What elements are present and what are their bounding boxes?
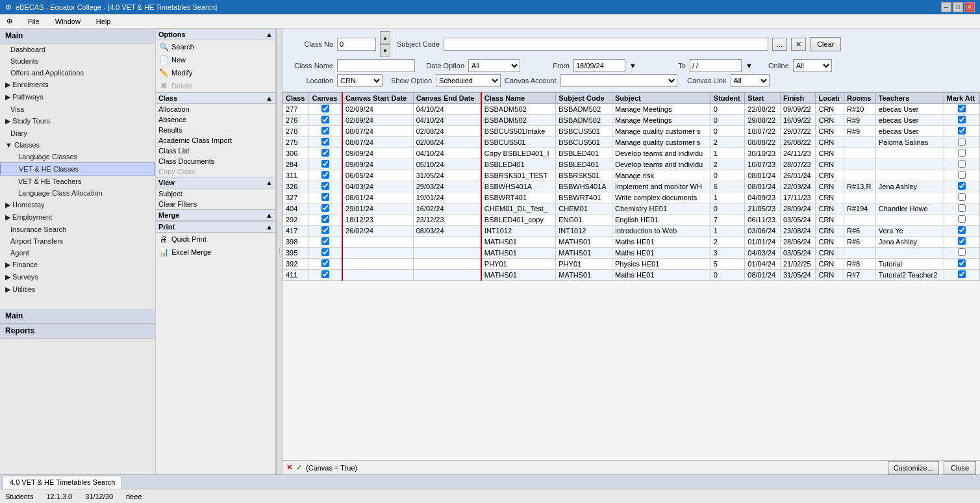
sidebar-item-agent[interactable]: Agent — [0, 247, 155, 259]
sidebar-item-offers[interactable]: Offers and Applications — [0, 67, 155, 79]
view-section-header[interactable]: View ▲ — [156, 177, 275, 188]
canvas-checkbox[interactable] — [321, 149, 329, 157]
col-start[interactable]: Start — [745, 93, 781, 104]
cell-canvas[interactable] — [309, 170, 342, 181]
cell-mark-att[interactable] — [944, 192, 979, 203]
cell-canvas[interactable] — [309, 126, 342, 137]
to-dropdown-icon[interactable]: ▼ — [746, 62, 753, 70]
cell-canvas[interactable] — [309, 137, 342, 148]
canvas-checkbox[interactable] — [321, 204, 329, 212]
subject-option[interactable]: Subject — [156, 188, 275, 199]
mark-att-checkbox[interactable] — [958, 182, 966, 190]
cell-mark-att[interactable] — [944, 214, 979, 226]
cell-mark-att[interactable] — [944, 159, 979, 170]
canvas-account-select[interactable] — [560, 74, 677, 87]
filter-remove-icon[interactable]: ✕ — [286, 463, 292, 472]
col-canvas-start-date[interactable]: Canvas Start Date — [342, 93, 413, 104]
table-row[interactable]: 395 MATHS01 MATHS01 Maths HE01 3 04/03/2… — [283, 248, 980, 259]
sidebar-item-vet-he-teachers[interactable]: VET & HE Teachers — [0, 175, 155, 187]
clear-filters-option[interactable]: Clear Filters — [156, 199, 275, 209]
cell-mark-att[interactable] — [944, 226, 979, 237]
subject-code-input[interactable] — [444, 38, 768, 51]
table-row[interactable]: 404 29/01/24 16/02/24 CHEM01_DL_Test_ CH… — [283, 203, 980, 214]
mark-att-checkbox[interactable] — [958, 248, 966, 256]
cell-mark-att[interactable] — [944, 203, 979, 214]
to-input[interactable] — [690, 59, 742, 72]
spin-down[interactable]: ▼ — [380, 44, 390, 57]
online-select[interactable]: All Yes No — [793, 59, 832, 72]
mark-att-checkbox[interactable] — [958, 226, 966, 234]
table-row[interactable]: 311 06/05/24 31/05/24 BSBRSK501_TEST BSB… — [283, 170, 980, 181]
table-row[interactable]: 292 18/12/23 23/12/23 BSBLED401_copy ENG… — [283, 214, 980, 226]
sidebar-item-homestay[interactable]: ▶ Homestay — [0, 199, 155, 211]
menu-help[interactable]: Help — [92, 16, 115, 27]
spin-up[interactable]: ▲ — [380, 31, 390, 44]
modify-option[interactable]: ✏️ Modify — [156, 66, 275, 79]
canvas-checkbox[interactable] — [321, 248, 329, 256]
canvas-checkbox[interactable] — [321, 215, 329, 223]
show-option-select[interactable]: Scheduled All Unscheduled — [436, 74, 501, 87]
cell-mark-att[interactable] — [944, 237, 979, 248]
cell-mark-att[interactable] — [944, 115, 979, 126]
options-section-header[interactable]: Options ▲ — [156, 29, 275, 40]
sidebar-item-airport-transfers[interactable]: Airport Transfers — [0, 235, 155, 247]
from-input[interactable] — [573, 59, 625, 72]
mark-att-checkbox[interactable] — [958, 259, 966, 267]
cell-canvas[interactable] — [309, 181, 342, 192]
cell-canvas[interactable] — [309, 237, 342, 248]
canvas-checkbox[interactable] — [321, 259, 329, 267]
customize-button[interactable]: Customize... — [888, 461, 939, 474]
table-row[interactable]: 276 02/09/24 04/10/24 BSBADM502 BSBADM50… — [283, 115, 980, 126]
quick-print-option[interactable]: 🖨 Quick Print — [156, 233, 275, 246]
cell-canvas[interactable] — [309, 104, 342, 115]
cell-canvas[interactable] — [309, 214, 342, 226]
mark-att-checkbox[interactable] — [958, 127, 966, 135]
col-canvas[interactable]: Canvas — [309, 93, 342, 104]
class-no-input[interactable] — [337, 38, 376, 51]
table-row[interactable]: 284 09/09/24 05/10/24 BSBLED401 BSBLED40… — [283, 159, 980, 170]
panel-resize-handle[interactable]: ⋮ — [276, 29, 283, 474]
canvas-checkbox[interactable] — [321, 270, 329, 278]
cell-mark-att[interactable] — [944, 181, 979, 192]
sidebar-item-language-classes[interactable]: Language Classes — [0, 151, 155, 162]
cell-canvas[interactable] — [309, 203, 342, 214]
sidebar-item-vet-he-classes[interactable]: VET & HE Classes — [0, 162, 155, 175]
class-no-spin[interactable]: ▲ ▼ — [380, 31, 390, 57]
new-option[interactable]: 📄 New — [156, 53, 275, 66]
cell-mark-att[interactable] — [944, 137, 979, 148]
mark-att-checkbox[interactable] — [958, 193, 966, 201]
class-documents-option[interactable]: Class Documents — [156, 156, 275, 166]
subject-code-clear-button[interactable]: ✕ — [791, 38, 806, 51]
col-canvas-end-date[interactable]: Canvas End Date — [413, 93, 481, 104]
close-button[interactable]: Close — [944, 461, 976, 474]
filter-check-icon[interactable]: ✓ — [296, 463, 302, 472]
col-teachers[interactable]: Teachers — [875, 93, 944, 104]
sidebar-item-study-tours[interactable]: ▶ Study Tours — [0, 115, 155, 127]
class-name-input[interactable] — [337, 59, 415, 72]
sidebar-item-finance[interactable]: ▶ Finance — [0, 259, 155, 271]
tab-vet-he-timetables-search[interactable]: 4.0 VET & HE Timetables Search — [3, 476, 122, 489]
close-window-button[interactable]: ✕ — [964, 2, 975, 12]
col-subject-code[interactable]: Subject Code — [556, 93, 612, 104]
canvas-checkbox[interactable] — [321, 226, 329, 234]
sidebar-item-insurance-search[interactable]: Insurance Search — [0, 224, 155, 235]
cell-canvas[interactable] — [309, 192, 342, 203]
cell-canvas[interactable] — [309, 248, 342, 259]
cell-mark-att[interactable] — [944, 248, 979, 259]
col-student[interactable]: Student — [710, 93, 745, 104]
table-row[interactable]: 417 26/02/24 08/03/24 INT1012 INT1012 In… — [283, 226, 980, 237]
canvas-checkbox[interactable] — [321, 193, 329, 201]
canvas-checkbox[interactable] — [321, 116, 329, 123]
print-section-header[interactable]: Print ▲ — [156, 221, 275, 233]
sidebar-item-language-class-allocation[interactable]: Language Class Allocation — [0, 187, 155, 199]
class-section-header[interactable]: Class ▲ — [156, 92, 275, 104]
cell-mark-att[interactable] — [944, 104, 979, 115]
subject-code-browse-button[interactable]: ... — [772, 38, 787, 51]
col-class[interactable]: Class — [283, 93, 309, 104]
results-option[interactable]: Results — [156, 125, 275, 135]
table-row[interactable]: 278 08/07/24 02/08/24 BSBCUS501Intake BS… — [283, 126, 980, 137]
mark-att-checkbox[interactable] — [958, 160, 966, 168]
cell-mark-att[interactable] — [944, 170, 979, 181]
mark-att-checkbox[interactable] — [958, 215, 966, 223]
sidebar-item-classes[interactable]: ▼ Classes — [0, 139, 155, 151]
